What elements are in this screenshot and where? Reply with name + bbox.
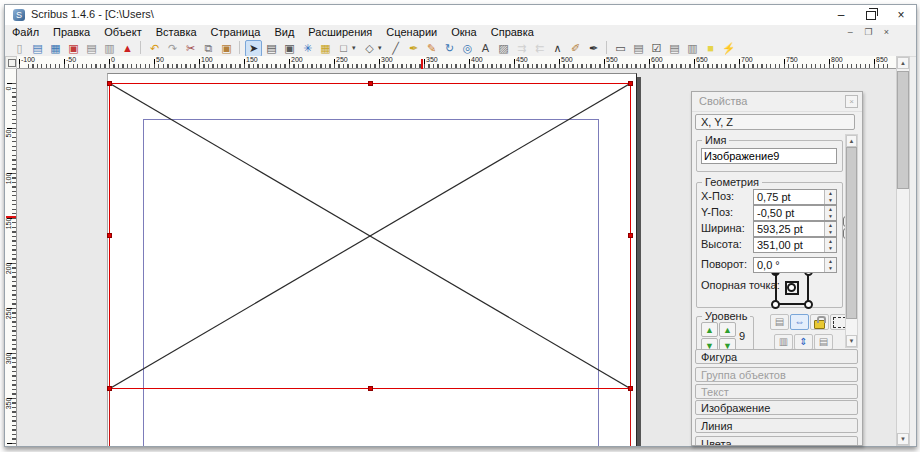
- y-pos-spinbox[interactable]: -0,50 pt▲▼: [753, 205, 837, 221]
- insert-polygon-button[interactable]: ◇: [361, 40, 378, 57]
- pdf-list-box-button[interactable]: ▥: [684, 40, 701, 57]
- insert-bezier-curve-button[interactable]: ✒: [405, 40, 422, 57]
- pdf-text-annotation-button[interactable]: ■: [702, 40, 719, 57]
- open-document-button[interactable]: ▤: [29, 40, 46, 57]
- zoom-tool-button[interactable]: ◎: [459, 40, 476, 57]
- menu-item-5[interactable]: Страница: [204, 25, 268, 39]
- scroll-down-arrow[interactable]: ▼: [897, 433, 909, 445]
- x-pos-spin-down[interactable]: ▼: [825, 197, 836, 204]
- section-colors-button[interactable]: Цвета: [695, 436, 858, 446]
- pdf-text-field-button[interactable]: ▤: [630, 40, 647, 57]
- y-pos-spin-down[interactable]: ▼: [825, 213, 836, 220]
- selected-image-frame[interactable]: [109, 83, 631, 389]
- palette-scroll-up-arrow[interactable]: ▲: [846, 135, 857, 147]
- eye-dropper-button[interactable]: ✒: [585, 40, 602, 57]
- palette-scrollbar[interactable]: ▲ ▼: [845, 134, 858, 348]
- insert-shape-dropdown-arrow[interactable]: ▾: [352, 39, 360, 56]
- link-text-frames-button[interactable]: ⇉: [513, 40, 530, 57]
- section-line-button[interactable]: Линия: [695, 418, 858, 433]
- rotation-spin-down[interactable]: ▼: [825, 265, 836, 272]
- scroll-up-arrow[interactable]: ▲: [897, 57, 909, 69]
- section-group-button[interactable]: Группа объектов: [695, 367, 858, 382]
- palette-scroll-down-arrow[interactable]: ▼: [846, 335, 857, 347]
- y-pos-spin-up[interactable]: ▲: [825, 206, 836, 213]
- enable-printing-button[interactable]: ▤: [770, 314, 789, 330]
- mdi-minimize-button[interactable]: –: [843, 26, 858, 39]
- resize-handle-bottom-center[interactable]: [368, 386, 373, 391]
- rotate-item-button[interactable]: ↻: [441, 40, 458, 57]
- menu-item-4[interactable]: Вставка: [149, 25, 204, 39]
- insert-image-frame-button[interactable]: ▣: [281, 40, 298, 57]
- ruler-origin-corner[interactable]: [5, 56, 17, 69]
- resize-handle-bottom-right[interactable]: [628, 386, 633, 391]
- minimize-button[interactable]: –: [826, 5, 856, 25]
- palette-scroll-thumb[interactable]: [846, 147, 857, 319]
- palette-close-button[interactable]: ×: [845, 95, 858, 108]
- height-spinbox[interactable]: 351,00 pt▲▼: [753, 237, 837, 253]
- insert-table-button[interactable]: ▦: [317, 40, 334, 57]
- resize-handle-top-left[interactable]: [107, 81, 112, 86]
- height-spin-up[interactable]: ▲: [825, 238, 836, 245]
- paste-button[interactable]: ▣: [218, 40, 235, 57]
- horizontal-ruler[interactable]: -100-50050100150200250300350400450500550…: [17, 56, 897, 69]
- vertical-ruler[interactable]: 050100150200250300350: [5, 69, 17, 446]
- rotation-spin-up[interactable]: ▲: [825, 258, 836, 265]
- raise-button[interactable]: ▲: [719, 322, 736, 337]
- close-button[interactable]: ×: [886, 5, 916, 25]
- flip-vertical-button[interactable]: ⇕: [794, 334, 813, 350]
- palette-title-bar[interactable]: Свойства ×: [692, 92, 862, 112]
- pdf-link-annotation-button[interactable]: ⚡: [720, 40, 737, 57]
- resize-handle-middle-left[interactable]: [107, 233, 112, 238]
- scroll-thumb[interactable]: [897, 71, 909, 189]
- width-spin-up[interactable]: ▲: [825, 222, 836, 229]
- edit-text-story-editor-button[interactable]: ▨: [495, 40, 512, 57]
- insert-render-frame-button[interactable]: ✳: [299, 40, 316, 57]
- width-spin-down[interactable]: ▼: [825, 229, 836, 236]
- unlink-text-frames-button[interactable]: ⇇: [531, 40, 548, 57]
- flip-horizontal-button[interactable]: ⇔: [790, 314, 809, 330]
- cut-button[interactable]: ✂: [182, 40, 199, 57]
- print-preview-button[interactable]: ▥: [101, 40, 118, 57]
- resize-handle-top-right[interactable]: [628, 81, 633, 86]
- restore-button[interactable]: [856, 5, 886, 25]
- section-image-button[interactable]: Изображение: [695, 400, 858, 415]
- resize-handle-top-center[interactable]: [368, 81, 373, 86]
- menu-item-8[interactable]: Сценарии: [379, 25, 444, 39]
- menu-item-10[interactable]: Справка: [484, 25, 541, 39]
- edit-contents-button[interactable]: A: [477, 40, 494, 57]
- pdf-combo-box-button[interactable]: ▤: [666, 40, 683, 57]
- mdi-restore-button[interactable]: ❐: [861, 26, 876, 39]
- print-document-button[interactable]: ▤: [83, 40, 100, 57]
- raise-to-top-button[interactable]: ▲: [701, 322, 718, 337]
- pdf-push-button-button[interactable]: ▭: [612, 40, 629, 57]
- rotation-spinbox[interactable]: 0,0 °▲▼: [753, 257, 837, 273]
- x-pos-spin-up[interactable]: ▲: [825, 190, 836, 197]
- insert-shape-button[interactable]: □: [335, 40, 352, 57]
- tab-xyz[interactable]: X, Y, Z: [695, 114, 855, 130]
- width-spinbox[interactable]: 593,25 pt▲▼: [753, 221, 837, 237]
- object-name-input[interactable]: [701, 148, 837, 164]
- new-document-button[interactable]: ▯: [11, 40, 28, 57]
- basepoint-bottom-right[interactable]: [804, 300, 813, 309]
- pdf-check-box-button[interactable]: ☑: [648, 40, 665, 57]
- resize-handle-bottom-left[interactable]: [107, 386, 112, 391]
- menu-item-6[interactable]: Вид: [267, 25, 301, 39]
- insert-polygon-dropdown-arrow[interactable]: ▾: [378, 39, 386, 56]
- mdi-close-button[interactable]: ×: [879, 26, 894, 39]
- insert-text-frame-button[interactable]: ▤: [263, 40, 280, 57]
- menu-item-9[interactable]: Окна: [444, 25, 484, 39]
- menu-item-3[interactable]: Объект: [97, 25, 148, 39]
- menu-item-2[interactable]: Правка: [46, 25, 97, 39]
- height-spin-down[interactable]: ▼: [825, 245, 836, 252]
- resize-handle-middle-right[interactable]: [628, 233, 633, 238]
- print-object-button[interactable]: ▤: [814, 334, 833, 350]
- insert-freehand-line-button[interactable]: ✎: [423, 40, 440, 57]
- close-document-button[interactable]: ▣: [65, 40, 82, 57]
- object-printer-small-button[interactable]: ▥: [774, 334, 793, 350]
- select-item-button[interactable]: ➤: [245, 40, 262, 57]
- save-as-pdf-button[interactable]: ▲: [119, 40, 136, 57]
- undo-button[interactable]: ↶: [146, 40, 163, 57]
- menu-item-1[interactable]: Файл: [5, 25, 46, 39]
- basepoint-center[interactable]: [787, 283, 796, 292]
- insert-line-button[interactable]: ╱: [387, 40, 404, 57]
